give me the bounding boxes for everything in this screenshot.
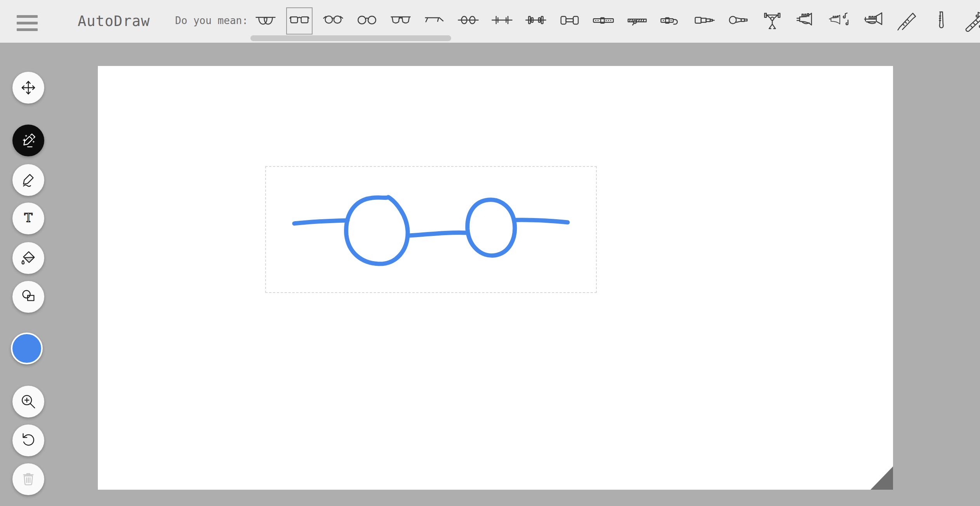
clarinet-upright-icon <box>930 10 952 32</box>
zoom-tool[interactable] <box>12 386 44 418</box>
suggestion-cornet[interactable] <box>860 7 887 35</box>
hamburger-menu-icon[interactable] <box>17 15 38 31</box>
draw-tool[interactable] <box>12 164 44 196</box>
text-icon: T <box>19 210 37 227</box>
magnifier-plus-icon <box>19 393 37 411</box>
belt-icon <box>593 10 614 32</box>
suggestion-flute-with-notes[interactable] <box>962 7 980 35</box>
autodraw-tool[interactable] <box>12 125 44 156</box>
telescope-icon <box>728 10 749 32</box>
dumbbell-icon <box>559 10 580 32</box>
sunglasses-aviator-icon <box>255 10 276 32</box>
suggestion-spyglass[interactable] <box>692 7 718 35</box>
suggestion-belt[interactable] <box>590 7 617 35</box>
pencil-icon <box>19 171 37 189</box>
trash-icon <box>19 470 37 488</box>
suggestion-upright-clarinet[interactable] <box>928 7 954 35</box>
svg-text:T: T <box>24 211 32 225</box>
suggestion-prompt: Do you mean: <box>175 0 248 43</box>
glasses-thick-rim-icon <box>288 10 310 32</box>
suggestion-thin-barbell[interactable] <box>489 7 515 35</box>
glasses-wayfarer-icon <box>390 10 412 32</box>
barbell-icon <box>525 10 547 32</box>
suggestion-wayfarer-glasses[interactable] <box>387 7 414 35</box>
select-tool[interactable] <box>12 72 44 104</box>
undo-tool[interactable] <box>12 425 44 456</box>
suggestion-rope-belt[interactable] <box>624 7 650 35</box>
selection-box[interactable] <box>265 166 597 293</box>
type-tool[interactable]: T <box>12 203 44 234</box>
undo-icon <box>19 431 37 449</box>
trumpet-icon <box>795 10 817 32</box>
canvas-resize-handle[interactable] <box>871 466 893 490</box>
suggestion-thick-rim-glasses[interactable] <box>286 7 313 35</box>
glasses-pince-nez-icon <box>457 10 479 32</box>
suggestion-cat-eye-sunglasses[interactable] <box>320 7 346 35</box>
paint-bucket-icon <box>19 249 37 267</box>
telescope-small-icon <box>694 10 716 32</box>
suggestion-belt-with-buckle[interactable] <box>658 7 684 35</box>
fill-tool[interactable] <box>12 242 44 274</box>
magic-pencil-icon <box>19 132 37 149</box>
suggestion-pince-nez-glasses[interactable] <box>455 7 481 35</box>
suggestion-telescope[interactable] <box>725 7 752 35</box>
delete-tool[interactable] <box>12 463 44 495</box>
move-icon <box>19 79 37 97</box>
shape-tool[interactable] <box>12 281 44 313</box>
barbell-thin-icon <box>491 10 513 32</box>
suggestion-clarinet[interactable] <box>894 7 921 35</box>
suggestion-round-glasses[interactable] <box>354 7 380 35</box>
topbar: AutoDraw Do you mean: <box>0 0 980 43</box>
clarinet-icon <box>897 10 918 32</box>
sunglasses-cat-eye-icon <box>322 10 344 32</box>
trumpet-notes-icon <box>829 10 851 32</box>
drawing-canvas[interactable] <box>98 66 893 490</box>
weightlifter-icon <box>761 10 783 32</box>
suggestion-dumbbell[interactable] <box>556 7 583 35</box>
suggestion-weightlifter[interactable] <box>759 7 785 35</box>
suggestion-trumpet-with-notes[interactable] <box>827 7 853 35</box>
cornet-icon <box>863 10 884 32</box>
suggestions-scrollbar[interactable] <box>250 35 451 41</box>
shapes-icon <box>19 288 37 306</box>
glasses-round-icon <box>356 10 378 32</box>
rope-belt-icon <box>626 10 648 32</box>
suggestion-folded-glasses[interactable] <box>421 7 448 35</box>
suggestion-strip <box>252 7 980 35</box>
suggestion-trumpet[interactable] <box>793 7 819 35</box>
suggestion-barbell[interactable] <box>523 7 549 35</box>
app-title: AutoDraw <box>78 0 150 43</box>
suggestion-aviator-sunglasses[interactable] <box>252 7 279 35</box>
color-tool[interactable] <box>11 333 43 364</box>
flute-notes-icon <box>964 10 980 32</box>
belt-buckle-icon <box>660 10 682 32</box>
glasses-folded-icon <box>424 10 445 32</box>
